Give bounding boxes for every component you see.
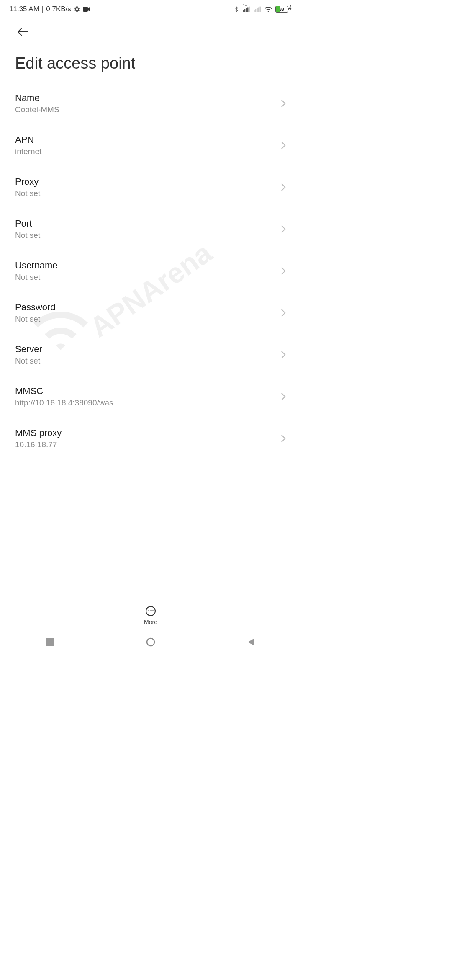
row-label: MMSC: [15, 386, 113, 397]
header: [0, 18, 301, 43]
svg-rect-2: [244, 9, 246, 12]
row-value: Not set: [15, 356, 42, 366]
video-icon: [83, 6, 90, 12]
chevron-right-icon: [280, 434, 286, 443]
chevron-right-icon: [280, 99, 286, 108]
row-value: Not set: [15, 315, 56, 324]
svg-rect-0: [83, 7, 88, 12]
row-label: Username: [15, 260, 57, 271]
nav-home-button[interactable]: [101, 637, 200, 647]
svg-point-12: [147, 638, 154, 646]
back-button[interactable]: [15, 26, 31, 38]
row-value: Not set: [15, 273, 57, 282]
row-mmsc[interactable]: MMSC http://10.16.18.4:38090/was: [0, 376, 301, 418]
row-label: Password: [15, 302, 56, 313]
chevron-right-icon: [280, 224, 286, 234]
row-label: APN: [15, 134, 41, 145]
row-value: Not set: [15, 231, 40, 240]
row-password[interactable]: Password Not set: [0, 292, 301, 334]
row-port[interactable]: Port Not set: [0, 208, 301, 250]
status-sep: |: [42, 5, 44, 13]
settings-list: Name Cootel-MMS APN internet Proxy Not s…: [0, 83, 301, 459]
row-apn[interactable]: APN internet: [0, 124, 301, 166]
row-label: Port: [15, 218, 40, 229]
status-right: 4G 38: [234, 5, 292, 13]
row-username[interactable]: Username Not set: [0, 250, 301, 292]
settings-list-container[interactable]: APNArena Name Cootel-MMS APN internet Pr…: [0, 83, 301, 497]
chevron-right-icon: [280, 308, 286, 317]
row-server[interactable]: Server Not set: [0, 334, 301, 376]
page-title: Edit access point: [0, 43, 301, 83]
row-name[interactable]: Name Cootel-MMS: [0, 83, 301, 124]
more-label: More: [144, 619, 157, 625]
row-label: Server: [15, 344, 42, 355]
svg-rect-10: [259, 7, 261, 12]
chevron-right-icon: [280, 141, 286, 150]
row-value: Cootel-MMS: [15, 105, 59, 114]
svg-rect-9: [258, 8, 259, 12]
svg-rect-6: [254, 10, 255, 12]
square-icon: [46, 638, 54, 646]
row-label: Proxy: [15, 176, 40, 187]
wifi-icon: [265, 6, 272, 12]
svg-rect-7: [255, 9, 257, 12]
row-value: Not set: [15, 189, 40, 198]
svg-rect-3: [246, 8, 247, 12]
triangle-left-icon: [248, 638, 254, 646]
row-label: Name: [15, 93, 59, 103]
svg-rect-5: [249, 7, 250, 12]
svg-rect-1: [243, 10, 244, 12]
circle-icon: [146, 637, 155, 647]
more-button[interactable]: More: [144, 606, 157, 625]
status-time: 11:35 AM: [9, 5, 39, 13]
bottom-toolbar: More: [0, 601, 301, 630]
battery-indicator: 38: [275, 5, 292, 13]
chevron-right-icon: [280, 266, 286, 276]
signal-nosim-icon: [254, 6, 261, 12]
row-value: internet: [15, 147, 41, 156]
row-label: MMS proxy: [15, 428, 62, 438]
charging-icon: [289, 5, 292, 13]
signal-4g-icon: 4G: [243, 6, 250, 12]
chevron-right-icon: [280, 392, 286, 401]
status-left: 11:35 AM | 0.7KB/s: [9, 5, 90, 13]
nav-back-button[interactable]: [201, 638, 301, 646]
chevron-right-icon: [280, 183, 286, 192]
nav-recent-button[interactable]: [0, 638, 100, 646]
svg-rect-11: [46, 638, 54, 646]
svg-rect-4: [247, 8, 249, 12]
row-value: 10.16.18.77: [15, 440, 62, 449]
more-icon: [146, 606, 156, 616]
row-value: http://10.16.18.4:38090/was: [15, 398, 113, 407]
status-net-speed: 0.7KB/s: [46, 5, 71, 13]
status-bar: 11:35 AM | 0.7KB/s 4G 38: [0, 0, 301, 18]
nav-bar: [0, 630, 301, 653]
settings-icon: [74, 6, 80, 13]
bluetooth-icon: [234, 5, 239, 13]
row-mms-proxy[interactable]: MMS proxy 10.16.18.77: [0, 418, 301, 459]
arrow-left-icon: [17, 28, 29, 36]
chevron-right-icon: [280, 350, 286, 359]
svg-rect-8: [257, 8, 258, 12]
row-proxy[interactable]: Proxy Not set: [0, 166, 301, 208]
